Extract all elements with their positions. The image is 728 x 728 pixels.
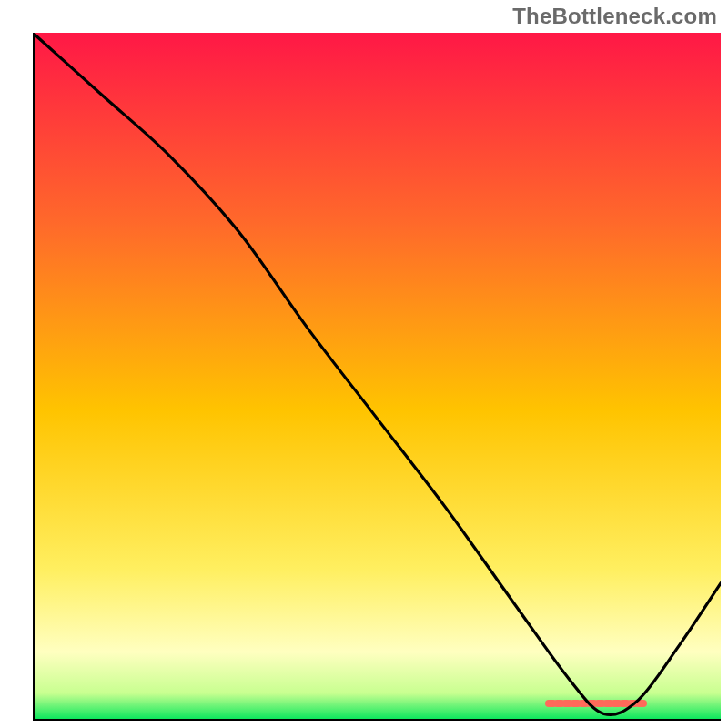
chart-frame: TheBottleneck.com — [0, 0, 728, 728]
chart-plot-area — [33, 33, 721, 721]
gradient-background — [33, 33, 721, 721]
watermark-text: TheBottleneck.com — [512, 4, 717, 29]
chart-svg — [33, 33, 721, 721]
